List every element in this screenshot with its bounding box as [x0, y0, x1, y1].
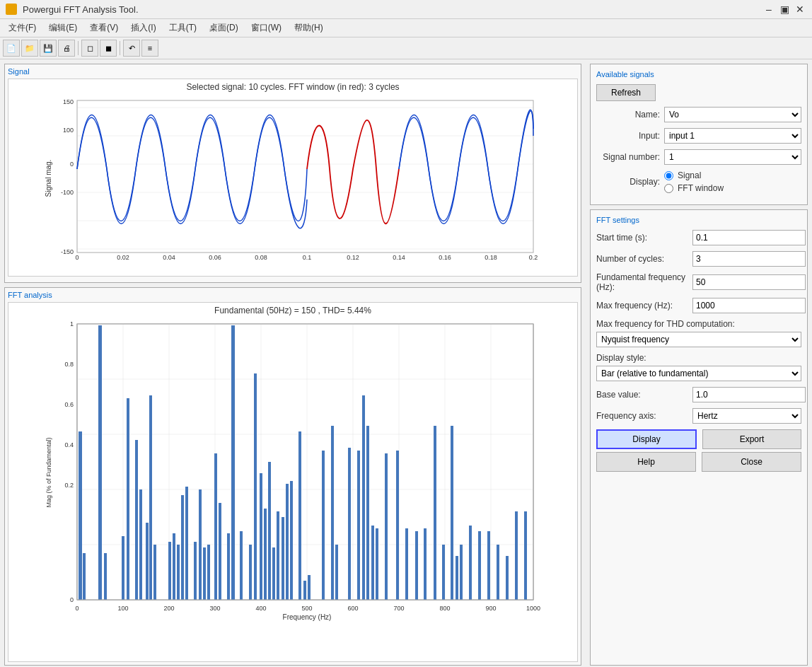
display-signal-radio[interactable] — [664, 171, 673, 180]
display-signal-row: Signal — [664, 170, 724, 180]
svg-rect-111 — [153, 545, 156, 600]
max-freq-row: Max frequency (Hz): — [596, 298, 801, 313]
toolbar-btn5[interactable]: ◻ — [81, 40, 98, 57]
svg-rect-119 — [203, 547, 206, 600]
svg-text:0: 0 — [70, 161, 74, 168]
menu-edit[interactable]: 编辑(E) — [43, 21, 83, 35]
start-time-row: Start time (s): 0.1 — [596, 230, 801, 245]
name-select[interactable]: Vo — [664, 107, 801, 122]
num-cycles-row: Number of cycles: — [596, 251, 801, 267]
svg-rect-156 — [456, 556, 458, 600]
display-style-select[interactable]: Bar (relative to fundamental) — [596, 366, 801, 381]
max-freq-thd-label-container: Max frequency for THD computation: — [596, 319, 801, 329]
fft-settings-section: FFT settings Start time (s): 0.1 Number … — [590, 209, 808, 666]
start-time-input[interactable]: 0.1 — [692, 230, 806, 245]
window-title: Powergui FFT Analysis Tool. — [23, 4, 139, 15]
export-button[interactable]: Export — [702, 429, 801, 449]
signal-chart: Selected signal: 10 cycles. FFT window (… — [8, 79, 578, 277]
svg-rect-130 — [268, 462, 271, 600]
title-bar: Powergui FFT Analysis Tool. – ▣ ✕ — [0, 0, 812, 19]
signal-chart-title: Selected signal: 10 cycles. FFT window (… — [8, 79, 577, 93]
toolbar-print[interactable]: 🖨 — [58, 40, 75, 57]
fft-panel: FFT analysis Fundamental (50Hz) = 150 , … — [4, 287, 581, 666]
toolbar-sep-2 — [120, 41, 120, 55]
toolbar-btn6[interactable]: ◼ — [100, 40, 117, 57]
base-value-input[interactable] — [692, 387, 806, 402]
svg-text:0.18: 0.18 — [485, 254, 497, 261]
svg-text:0.2: 0.2 — [529, 254, 538, 261]
fft-chart-title: Fundamental (50Hz) = 150 , THD= 5.44% — [8, 303, 577, 317]
toolbar-save[interactable]: 💾 — [40, 40, 57, 57]
svg-text:0.16: 0.16 — [439, 254, 451, 261]
menu-bar: 文件(F) 编辑(E) 查看(V) 插入(I) 工具(T) 桌面(D) 窗口(W… — [0, 19, 812, 37]
svg-rect-161 — [497, 545, 499, 600]
toolbar-btn8[interactable]: ≡ — [141, 40, 158, 57]
num-cycles-label: Number of cycles: — [596, 254, 688, 264]
svg-rect-110 — [149, 395, 152, 600]
svg-text:200: 200 — [163, 605, 174, 612]
menu-tools[interactable]: 工具(T) — [163, 21, 202, 35]
menu-help[interactable]: 帮助(H) — [289, 21, 329, 35]
max-freq-input[interactable] — [692, 298, 806, 313]
svg-rect-159 — [478, 531, 481, 600]
svg-rect-122 — [219, 503, 221, 600]
svg-text:Frequency (Hz): Frequency (Hz) — [283, 613, 332, 621]
svg-text:0.4: 0.4 — [64, 441, 74, 448]
svg-rect-136 — [298, 431, 301, 600]
max-freq-thd-select[interactable]: Nyquist frequency — [596, 332, 801, 347]
toolbar-cursor[interactable]: ↶ — [123, 40, 140, 57]
menu-desktop[interactable]: 桌面(D) — [204, 21, 244, 35]
svg-rect-139 — [322, 451, 325, 600]
menu-insert[interactable]: 插入(I) — [125, 21, 161, 35]
display-fft-radio[interactable] — [664, 184, 673, 193]
svg-rect-104 — [104, 553, 107, 600]
refresh-button[interactable]: Refresh — [596, 84, 656, 101]
svg-rect-126 — [249, 545, 252, 600]
svg-rect-154 — [442, 545, 445, 600]
close-button[interactable]: ✕ — [794, 3, 806, 16]
num-cycles-input[interactable] — [692, 251, 806, 267]
fft-chart: Fundamental (50Hz) = 150 , THD= 5.44% Ma… — [8, 302, 578, 662]
help-button[interactable]: Help — [596, 452, 696, 472]
input-select[interactable]: input 1 — [664, 128, 801, 144]
display-button[interactable]: Display — [596, 429, 697, 449]
svg-rect-144 — [362, 395, 365, 600]
svg-rect-124 — [231, 325, 235, 600]
fundamental-freq-input[interactable] — [692, 274, 806, 290]
svg-rect-128 — [260, 473, 262, 600]
minimize-button[interactable]: – — [762, 3, 775, 16]
toolbar-sep-1 — [78, 41, 79, 55]
svg-rect-164 — [524, 511, 527, 600]
svg-rect-143 — [357, 451, 360, 600]
svg-text:900: 900 — [485, 605, 496, 612]
svg-rect-114 — [177, 545, 180, 600]
menu-window[interactable]: 窗口(W) — [245, 21, 287, 35]
right-panel: Available signals Refresh Name: Vo Input… — [586, 59, 812, 667]
close-button-fft[interactable]: Close — [702, 452, 801, 472]
svg-text:0.14: 0.14 — [393, 254, 405, 261]
svg-rect-132 — [277, 511, 279, 600]
svg-text:0.06: 0.06 — [209, 254, 221, 261]
freq-axis-select[interactable]: Hertz — [692, 408, 801, 424]
signal-svg: Signal mag. 150 100 0 -100 -150 — [8, 93, 577, 263]
svg-rect-113 — [173, 533, 175, 600]
svg-rect-140 — [331, 426, 334, 600]
maximize-button[interactable]: ▣ — [778, 3, 791, 16]
svg-rect-141 — [335, 545, 338, 600]
svg-rect-117 — [194, 542, 197, 600]
toolbar-new[interactable]: 📄 — [3, 40, 20, 57]
display-radio-group: Signal FFT window — [664, 170, 724, 193]
svg-text:100: 100 — [63, 127, 74, 134]
svg-text:0: 0 — [75, 605, 79, 612]
svg-rect-160 — [487, 531, 490, 600]
menu-view[interactable]: 查看(V) — [84, 21, 124, 35]
svg-rect-135 — [290, 481, 293, 600]
toolbar-open[interactable]: 📁 — [21, 40, 38, 57]
svg-rect-145 — [366, 426, 369, 600]
signal-number-select[interactable]: 1 — [664, 149, 801, 165]
menu-file[interactable]: 文件(F) — [3, 21, 42, 35]
svg-rect-155 — [451, 426, 453, 600]
svg-rect-162 — [506, 556, 509, 600]
signal-panel-title: Signal — [8, 67, 578, 76]
svg-text:100: 100 — [117, 605, 128, 612]
